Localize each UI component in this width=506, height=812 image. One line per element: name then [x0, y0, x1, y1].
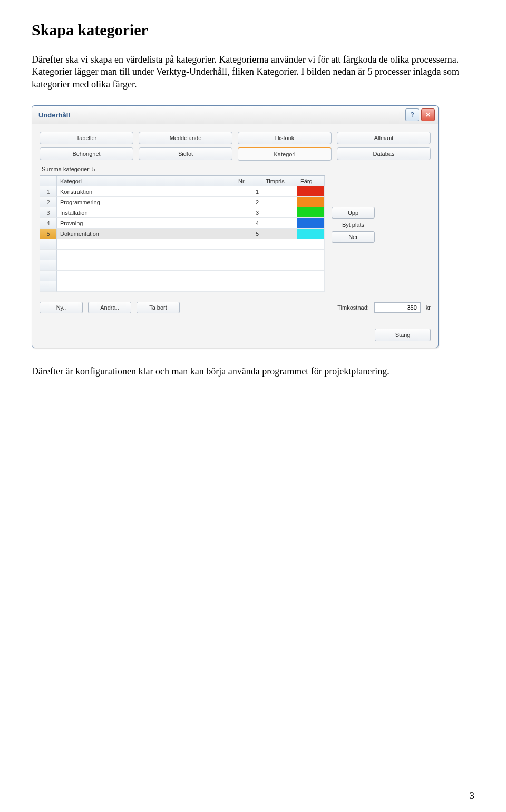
cell-timpris [262, 186, 297, 197]
bottom-toolbar: Ny.. Ändra.. Ta bort Timkostnad: kr [40, 302, 431, 313]
row-number: 4 [40, 218, 57, 229]
header-kategori: Kategori [57, 176, 235, 186]
tab-historik[interactable]: Historik [238, 132, 332, 144]
color-swatch [297, 186, 324, 196]
table-row[interactable]: 2Programmering2 [40, 197, 325, 207]
tab-kategori[interactable]: Kategori [238, 147, 332, 161]
tab-allmänt[interactable]: Allmänt [337, 132, 431, 144]
table-row-empty [40, 281, 325, 292]
ny-button[interactable]: Ny.. [40, 302, 83, 313]
tab-meddelande[interactable]: Meddelande [139, 132, 232, 144]
timkostnad-label: Timkostnad: [337, 304, 369, 311]
cell-farg [297, 218, 325, 229]
tabort-button[interactable]: Ta bort [137, 302, 180, 313]
table-header-row: KategoriNr.TimprisFärg [40, 176, 325, 186]
tab-databas[interactable]: Databas [337, 147, 431, 160]
intro-paragraph: Därefter ska vi skapa en värdelista på k… [32, 54, 474, 91]
kr-label: kr [426, 304, 431, 311]
window-footer: Stäng [40, 321, 431, 341]
row-number: 2 [40, 197, 57, 207]
color-swatch [297, 218, 324, 228]
cell-timpris [262, 207, 297, 218]
cell-farg [297, 186, 325, 197]
cell-timpris [262, 218, 297, 229]
cell-timpris [262, 197, 297, 207]
table-row[interactable]: 5Dokumentation5 [40, 229, 325, 239]
header-farg: Färg [297, 176, 325, 186]
cell-timpris [262, 229, 297, 239]
cell-kategori: Konstruktion [57, 186, 235, 197]
cell-kategori: Dokumentation [57, 229, 235, 239]
table-row[interactable]: 1Konstruktion1 [40, 186, 325, 197]
table-row-empty [40, 239, 325, 250]
cell-nr: 5 [235, 229, 262, 239]
outro-paragraph: Därefter är konfigurationen klar och man… [32, 366, 474, 377]
table-row[interactable]: 3Installation3 [40, 207, 325, 218]
cell-nr: 1 [235, 186, 262, 197]
stang-button[interactable]: Stäng [375, 329, 431, 341]
table-row-empty [40, 250, 325, 260]
upp-button[interactable]: Upp [332, 207, 375, 219]
cell-farg [297, 197, 325, 207]
row-number: 3 [40, 207, 57, 218]
table-row-empty [40, 271, 325, 281]
tab-sidfot[interactable]: Sidfot [139, 147, 232, 160]
cell-kategori: Installation [57, 207, 235, 218]
color-swatch [297, 197, 324, 207]
header-nr: Nr. [235, 176, 262, 186]
ner-button[interactable]: Ner [332, 231, 375, 243]
tab-tabeller[interactable]: Tabeller [40, 132, 133, 144]
table-row[interactable]: 4Provning4 [40, 218, 325, 229]
row-number: 1 [40, 186, 57, 197]
cell-farg [297, 229, 325, 239]
andra-button[interactable]: Ändra.. [88, 302, 131, 313]
row-number: 5 [40, 229, 57, 239]
window-controls: ? ✕ [405, 108, 435, 121]
timkostnad-input[interactable] [374, 302, 421, 313]
summa-label: Summa kategorier: 5 [42, 166, 431, 172]
titlebar: Underhåll ? ✕ [32, 106, 438, 124]
bytplats-button[interactable]: Byt plats [332, 221, 375, 229]
kategorier-table: KategoriNr.TimprisFärg1Konstruktion12Pro… [40, 175, 325, 292]
cell-farg [297, 207, 325, 218]
cell-nr: 3 [235, 207, 262, 218]
color-swatch [297, 229, 324, 239]
underhall-window: Underhåll ? ✕ TabellerMeddelandeHistorik… [32, 105, 439, 348]
header-timpris: Timpris [262, 176, 297, 186]
cell-kategori: Provning [57, 218, 235, 229]
help-button[interactable]: ? [405, 108, 419, 121]
reorder-buttons: Upp Byt plats Ner [332, 207, 375, 292]
color-swatch [297, 207, 324, 217]
header-blank [40, 176, 57, 186]
table-row-empty [40, 260, 325, 271]
page-heading: Skapa kategorier [32, 21, 474, 39]
cell-nr: 4 [235, 218, 262, 229]
close-button[interactable]: ✕ [421, 108, 435, 121]
cell-kategori: Programmering [57, 197, 235, 207]
window-title: Underhåll [38, 111, 70, 119]
cell-nr: 2 [235, 197, 262, 207]
tab-behörighet[interactable]: Behörighet [40, 147, 133, 160]
tab-strip: TabellerMeddelandeHistorikAllmäntBehörig… [40, 132, 431, 161]
